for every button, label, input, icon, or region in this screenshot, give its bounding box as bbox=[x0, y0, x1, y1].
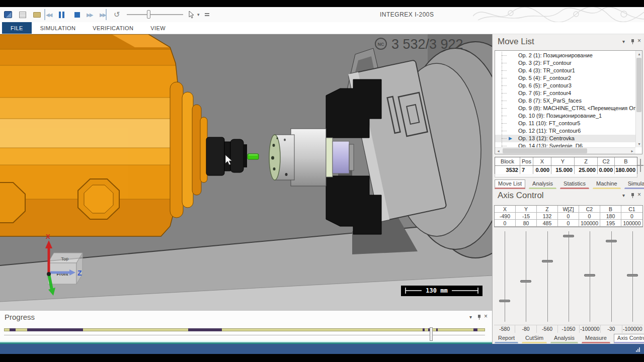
slider-handle[interactable] bbox=[563, 235, 574, 237]
axis-control-pin-icon[interactable] bbox=[630, 193, 635, 199]
resize-grip-icon[interactable] bbox=[636, 347, 640, 352]
scroll-up-icon[interactable]: ▴ bbox=[636, 51, 642, 57]
scroll-left-icon[interactable]: ◂ bbox=[495, 148, 502, 154]
hscroll-thumb[interactable] bbox=[503, 148, 587, 153]
move-list-item[interactable]: Op. 3 (2): FT_contour bbox=[495, 59, 635, 67]
menu-tab-view[interactable]: VIEW bbox=[142, 22, 174, 34]
scale-bar: 130 mm bbox=[401, 286, 482, 296]
bottom-tab-analysis[interactable]: Analysis bbox=[550, 334, 578, 343]
axis-slider-c2[interactable] bbox=[579, 229, 600, 324]
progress-slider-handle[interactable] bbox=[430, 327, 433, 341]
move-list-item[interactable]: Op. 8 (7): 5X_ParS_faces bbox=[495, 97, 635, 105]
move-list-item[interactable]: Op. 5 (4): F_contour2 bbox=[495, 74, 635, 82]
block-table-value-cell: 180.000 bbox=[615, 166, 637, 174]
move-list-item[interactable]: Op. 6 (5): P_contour3 bbox=[495, 82, 635, 89]
customize-toolbar-icon[interactable] bbox=[204, 9, 209, 20]
progress-dropdown-icon[interactable]: ▾ bbox=[469, 315, 472, 320]
axis-control-close-icon[interactable]: × bbox=[637, 192, 641, 197]
skip-to-end-icon[interactable]: ▶▶ bbox=[100, 9, 107, 20]
axis-slider-y[interactable] bbox=[515, 229, 536, 324]
progress-close-icon[interactable]: × bbox=[484, 314, 488, 319]
move-list-pin-icon[interactable] bbox=[630, 39, 635, 45]
report-window-icon[interactable] bbox=[18, 9, 27, 20]
axis-control-title: Axis Control bbox=[498, 191, 544, 201]
pause-icon[interactable] bbox=[57, 9, 65, 20]
block-table-header-cell: Block bbox=[495, 157, 520, 165]
speed-slider[interactable] bbox=[127, 9, 183, 20]
table-splitter-icon[interactable] bbox=[637, 159, 643, 172]
scroll-down-icon[interactable]: ▾ bbox=[636, 141, 642, 147]
table-scroll-strip[interactable] bbox=[495, 174, 637, 177]
bottom-tab-measure[interactable]: Measure bbox=[582, 334, 610, 343]
slider-handle[interactable] bbox=[542, 260, 553, 262]
move-list-close-icon[interactable]: × bbox=[637, 38, 641, 43]
axis-value-cell: 180 bbox=[600, 213, 621, 220]
move-list-item[interactable]: Op. 4 (3): TR_contour1 bbox=[495, 67, 635, 74]
axis-slider-b[interactable] bbox=[600, 229, 621, 324]
slider-handle[interactable] bbox=[606, 240, 617, 242]
bottom-tab-report[interactable]: Report bbox=[495, 334, 518, 343]
move-list-vscrollbar[interactable]: ▴ ▾ bbox=[635, 51, 642, 147]
axis-slider-z[interactable] bbox=[537, 229, 558, 324]
panel-tab-simulation[interactable]: Simulation bbox=[624, 179, 644, 189]
slider-handle[interactable] bbox=[499, 300, 510, 302]
move-list-dropdown-icon[interactable]: ▾ bbox=[622, 39, 625, 44]
simulation-viewport[interactable]: NC 3 532/3 922 Top Front Z X bbox=[0, 34, 492, 310]
progress-pin-icon[interactable] bbox=[477, 315, 482, 320]
menu-tab-simulation[interactable]: SIMULATION bbox=[32, 22, 84, 34]
move-list-item[interactable]: Op. 2 (1): Позиционирование bbox=[495, 52, 635, 59]
bottom-tab-axis-control[interactable]: Axis Control bbox=[614, 334, 644, 343]
vscroll-thumb[interactable] bbox=[636, 58, 641, 112]
docked-panels: Move List ▾ × Op. 2 (1): Позиционировани… bbox=[492, 34, 644, 344]
axis-column-header: W[Z] bbox=[558, 206, 579, 213]
move-list-tree[interactable]: Op. 2 (1): ПозиционированиеOp. 3 (2): FT… bbox=[495, 50, 642, 154]
block-position-table: BlockPosXYZC2B 353270.00015.00025.0000.0… bbox=[495, 157, 637, 174]
axis-slider-c1[interactable] bbox=[622, 229, 643, 324]
nc-counter-text: 3 532/3 922 bbox=[391, 37, 463, 52]
axis-slider-x[interactable] bbox=[494, 229, 515, 324]
menu-tab-verification[interactable]: VERIFICATION bbox=[84, 22, 142, 34]
move-list-item[interactable]: Op. 11 (10): FT_contour5 bbox=[495, 120, 635, 127]
progress-segment bbox=[436, 328, 438, 331]
app-icon-glyph bbox=[4, 11, 12, 18]
loop-icon[interactable]: ↺ bbox=[114, 9, 120, 20]
move-list-item[interactable]: Op. 7 (6): F_contour4 bbox=[495, 89, 635, 97]
stop-icon[interactable] bbox=[73, 9, 80, 20]
pointer-dropdown-caret[interactable]: ▾ bbox=[197, 9, 200, 20]
move-list-item[interactable]: Op. 9 (8): MACHINE_CTRL <Перемещения Опе… bbox=[495, 105, 635, 112]
axis-column-header: B bbox=[600, 206, 621, 213]
select-pointer-icon[interactable] bbox=[188, 9, 195, 20]
move-list-item[interactable]: Op. 12 (11): TR_contour6 bbox=[495, 127, 635, 135]
axis-control-dropdown-icon[interactable]: ▾ bbox=[622, 193, 625, 198]
progress-title: Progress bbox=[5, 313, 35, 321]
panel-tab-machine[interactable]: Machine bbox=[593, 179, 621, 189]
axis-slider-w-z[interactable] bbox=[558, 229, 579, 324]
move-list-hscrollbar[interactable]: ◂ ▸ bbox=[495, 147, 635, 154]
move-list-item-label: Op. 10 (9): Позиционирование_1 bbox=[518, 113, 602, 119]
speed-slider-handle[interactable] bbox=[147, 10, 150, 19]
panel-tab-analysis[interactable]: Analysis bbox=[529, 179, 556, 189]
slider-handle[interactable] bbox=[520, 280, 531, 283]
scroll-right-icon[interactable]: ▸ bbox=[629, 148, 635, 154]
x-axis-label: X bbox=[46, 233, 50, 240]
slider-handle[interactable] bbox=[584, 274, 595, 277]
ribbon-tab-bar: FILESIMULATIONVERIFICATIONVIEW bbox=[0, 22, 644, 34]
axis-limit-cell: -560 bbox=[536, 325, 557, 333]
panel-tab-statistics[interactable]: Statistics bbox=[560, 179, 589, 189]
progress-bar[interactable] bbox=[4, 328, 485, 331]
axis-value-cell: 485 bbox=[537, 220, 558, 227]
block-table-header-row: BlockPosXYZC2B bbox=[495, 157, 637, 165]
bottom-tab-cutsim[interactable]: CutSim bbox=[522, 334, 547, 343]
app-icon[interactable] bbox=[3, 9, 13, 20]
skip-to-start-icon[interactable]: ◀◀ bbox=[44, 9, 51, 20]
menu-tab-file[interactable]: FILE bbox=[2, 22, 32, 34]
open-folder-icon[interactable] bbox=[32, 9, 41, 20]
panel-tab-move-list[interactable]: Move List bbox=[495, 179, 525, 189]
axis-table: XYZW[Z]C2BC1-490-15132001800080485010000… bbox=[494, 205, 643, 227]
move-list-item[interactable]: Op. 10 (9): Позиционирование_1 bbox=[495, 112, 635, 120]
fast-forward-icon[interactable]: ▶▶ bbox=[87, 9, 92, 20]
application-window: ◀◀ ▶▶ ▶▶ ↺ ▾ INTEGREX I-200S FILESIMULAT… bbox=[0, 0, 644, 362]
slider-handle[interactable] bbox=[627, 274, 638, 277]
move-list-item[interactable]: ▶Op. 13 (12): Centrovka bbox=[495, 135, 635, 142]
axis-value-cell: 132 bbox=[537, 213, 558, 220]
